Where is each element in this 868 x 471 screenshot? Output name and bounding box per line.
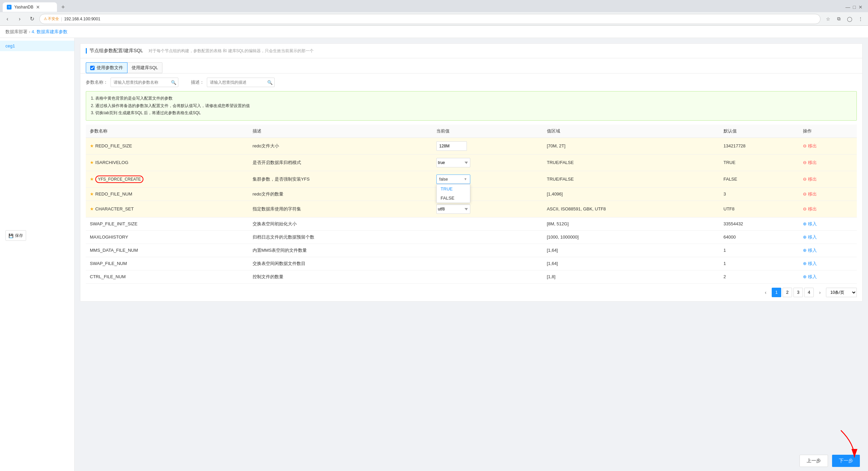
back-button[interactable]: ‹ (3, 14, 12, 24)
param-name-label: SWAP_FILE_NUM (90, 261, 127, 266)
table-row: MMS_DATA_FILE_NUM内置MMS表空间的文件数量[1,64]1⊕移入 (86, 244, 857, 257)
param-name-label: CTRL_FILE_NUM (90, 274, 125, 279)
tab-title: YashanDB (14, 5, 33, 9)
param-range: [1000, 1000000] (543, 230, 719, 244)
th-param-name: 参数名称 (86, 125, 249, 138)
param-current-val[interactable] (432, 217, 543, 230)
refresh-button[interactable]: ↻ (27, 14, 37, 24)
param-current-val[interactable] (432, 270, 543, 283)
current-val-select-wrapper: utf8TRUEFALSE (436, 204, 470, 214)
table-row: ★REDO_FILE_NUMredo文件的数量[1,4096]3⊖移出 (86, 187, 857, 201)
dropdown-wrapper: false ▼ TRUE FALSE (436, 175, 470, 184)
param-range: ASCII, ISO88591, GBK, UTF8 (543, 201, 719, 217)
dropdown-trigger[interactable]: false ▼ (436, 175, 470, 184)
param-action[interactable]: ⊕移入 (799, 230, 857, 244)
minimize-button[interactable]: — (846, 4, 850, 10)
param-current-val[interactable]: trueTRUEFALSE (432, 154, 543, 171)
page-size-select[interactable]: 10条/页 20条/页 50条/页 (826, 288, 857, 297)
page-3-button[interactable]: 3 (793, 288, 803, 297)
page-1-button[interactable]: 1 (772, 288, 781, 297)
forward-button[interactable]: › (15, 14, 24, 24)
param-name-label: REDO_FILE_NUM (95, 191, 132, 197)
current-val-select[interactable]: trueTRUEFALSE (436, 158, 470, 167)
desc-search-icon[interactable]: 🔍 (267, 80, 273, 85)
maximize-button[interactable]: □ (853, 4, 856, 10)
save-button[interactable]: 💾 保存 (5, 230, 26, 241)
th-default: 默认值 (719, 125, 799, 138)
info-box: 1. 表格中黄色背景的是会写入配置文件的参数 2. 通过移入操作将备选的参数加入… (86, 91, 857, 121)
desc-input[interactable] (207, 78, 275, 87)
param-action[interactable]: ⊖移出 (799, 171, 857, 187)
menu-button[interactable]: ⋮ (856, 14, 865, 24)
extensions-button[interactable]: ⧉ (834, 14, 844, 24)
param-desc: 是否开启数据库归档模式 (249, 154, 432, 171)
profile-button[interactable]: ◯ (845, 14, 854, 24)
dropdown-option-true[interactable]: TRUE (437, 184, 470, 193)
dropdown-option-false[interactable]: FALSE (437, 193, 470, 203)
add-action-link[interactable]: 移入 (808, 248, 817, 253)
info-line-2: 2. 通过移入操作将备选的参数加入配置文件，会将默认值写入，请修改成您希望设置的… (91, 102, 852, 110)
page-2-button[interactable]: 2 (783, 288, 792, 297)
table-row: MAXLOGHISTORY归档日志文件的元数据预留个数[1000, 100000… (86, 230, 857, 244)
prev-step-button[interactable]: 上一步 (800, 455, 828, 467)
tab-use-param-file[interactable]: 使用参数文件 (86, 62, 127, 73)
remove-action-link[interactable]: 移出 (808, 143, 817, 148)
add-action-link[interactable]: 移入 (808, 221, 817, 226)
next-step-button[interactable]: 下一步 (832, 455, 860, 467)
pagination: ‹ 1 2 3 4 › 10条/页 20条/页 50条/页 (80, 284, 862, 301)
param-range: [1,64] (543, 257, 719, 270)
param-action[interactable]: ⊕移入 (799, 217, 857, 230)
add-action-link[interactable]: 移入 (808, 261, 817, 266)
next-page-button[interactable]: › (815, 288, 825, 297)
new-tab-button[interactable]: + (58, 2, 68, 12)
tab-use-create-sql[interactable]: 使用建库SQL (127, 62, 162, 73)
param-current-val[interactable] (432, 138, 543, 154)
param-desc: 集群参数，是否强制安装YFS (249, 171, 432, 187)
breadcrumb-current[interactable]: 4. 数据库建库参数 (32, 29, 67, 35)
param-name-search-icon[interactable]: 🔍 (171, 80, 176, 85)
table-header-row: 参数名称 描述 当前值 值区域 默认值 操作 (86, 125, 857, 138)
param-current-val[interactable]: false ▼ TRUE FALSE (432, 171, 543, 187)
param-action[interactable]: ⊖移出 (799, 201, 857, 217)
param-name-label: ISARCHIVELOG (95, 160, 129, 165)
browser-tab[interactable]: Y YashanDB ✕ (3, 2, 57, 12)
tab-favicon: Y (7, 5, 12, 9)
param-current-val[interactable] (432, 230, 543, 244)
star-icon: ★ (90, 143, 94, 148)
param-file-checkbox[interactable] (90, 66, 95, 70)
remove-action-link[interactable]: 移出 (808, 160, 817, 165)
address-bar[interactable]: ⚠ 不安全 | 192.168.4.100:9001 (39, 14, 821, 24)
param-default: TRUE (719, 154, 799, 171)
close-button[interactable]: ✕ (859, 4, 863, 10)
param-action[interactable]: ⊖移出 (799, 154, 857, 171)
remove-action-link[interactable]: 移出 (808, 191, 817, 197)
current-val-input[interactable] (436, 141, 467, 151)
bookmark-button[interactable]: ☆ (823, 14, 833, 24)
remove-action-link[interactable]: 移出 (808, 177, 817, 182)
param-action[interactable]: ⊕移入 (799, 244, 857, 257)
param-action[interactable]: ⊖移出 (799, 138, 857, 154)
security-warning: ⚠ 不安全 (44, 16, 59, 21)
search-area: 参数名称： 🔍 描述： 🔍 (80, 74, 862, 91)
param-action[interactable]: ⊕移入 (799, 270, 857, 283)
breadcrumb-parent: 数据库部署 (5, 29, 27, 35)
add-action-link[interactable]: 移入 (808, 234, 817, 240)
prev-page-button[interactable]: ‹ (761, 288, 770, 297)
param-action[interactable]: ⊕移入 (799, 257, 857, 270)
param-name-input[interactable] (111, 78, 178, 87)
param-current-val[interactable]: utf8TRUEFALSE (432, 201, 543, 217)
add-action-link[interactable]: 移入 (808, 274, 817, 279)
remove-icon: ⊖ (803, 177, 807, 182)
sidebar-item-ceg1[interactable]: ceg1 (0, 41, 74, 51)
param-name-label: MMS_DATA_FILE_NUM (90, 248, 138, 253)
table-row: SWAP_FILE_INIT_SIZE交换表空间初始化大小[8M, 512G]3… (86, 217, 857, 230)
remove-icon: ⊖ (803, 143, 807, 148)
param-action[interactable]: ⊖移出 (799, 187, 857, 201)
param-name-search-field: 参数名称： 🔍 (86, 78, 178, 87)
param-current-val[interactable] (432, 244, 543, 257)
remove-action-link[interactable]: 移出 (808, 206, 817, 211)
tab-close-button[interactable]: ✕ (36, 4, 40, 10)
param-current-val[interactable] (432, 257, 543, 270)
page-4-button[interactable]: 4 (804, 288, 814, 297)
current-val-select[interactable]: utf8TRUEFALSE (436, 204, 470, 214)
